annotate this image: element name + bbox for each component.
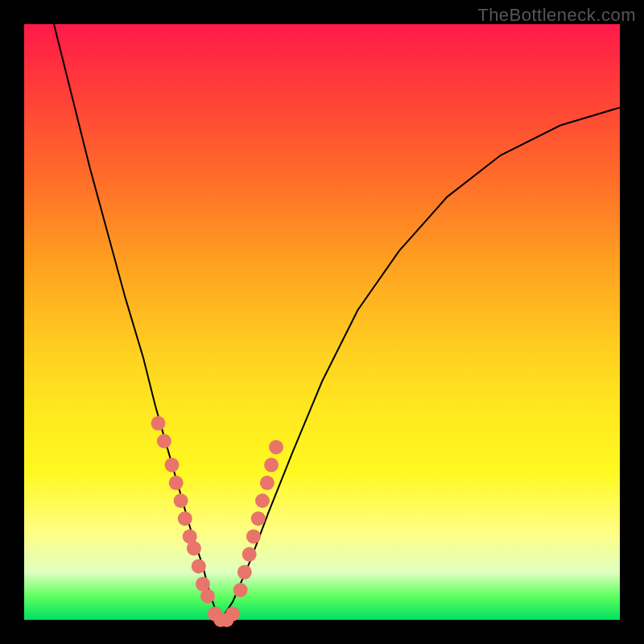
sample-point: [174, 493, 188, 508]
sample-point: [151, 416, 166, 431]
sample-point: [260, 476, 275, 490]
sample-point: [237, 565, 252, 580]
sample-point: [242, 547, 257, 562]
sample-point: [187, 541, 201, 555]
sample-point: [251, 511, 266, 526]
watermark-label: TheBottleneck.com: [477, 5, 636, 26]
sample-point: [269, 440, 283, 454]
curve-right-group: [221, 108, 620, 620]
sample-point: [169, 476, 184, 490]
sample-point: [178, 511, 192, 526]
plot-area: [24, 24, 620, 620]
sample-point: [225, 607, 240, 621]
bottleneck-curve-right: [221, 108, 620, 620]
sample-point: [192, 559, 206, 573]
curve-left-group: [54, 24, 221, 620]
sample-point: [200, 588, 215, 603]
sample-point: [264, 458, 279, 473]
sample-point: [255, 493, 270, 508]
sample-point: [165, 458, 180, 473]
curve-svg: [24, 24, 620, 620]
sample-points-group: [151, 416, 284, 627]
bottleneck-curve-left: [54, 24, 221, 620]
sample-point: [246, 529, 261, 543]
chart-container: TheBottleneck.com: [0, 0, 644, 644]
sample-point: [157, 434, 171, 448]
sample-point: [233, 583, 248, 597]
